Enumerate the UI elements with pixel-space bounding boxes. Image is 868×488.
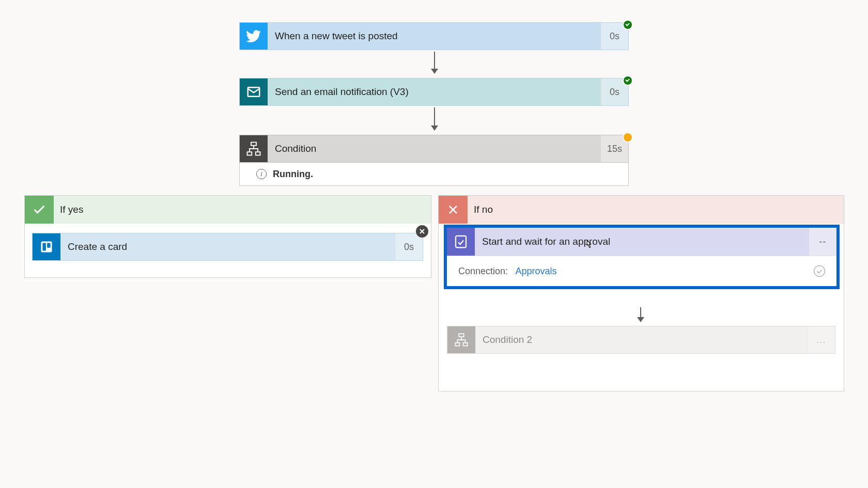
arrow-icon [640, 307, 641, 322]
svg-rect-1 [251, 143, 256, 146]
approval-label: Start and wait for an approval [475, 228, 809, 256]
close-icon [439, 196, 468, 224]
connection-ok-icon [814, 265, 825, 277]
twitter-icon [240, 23, 268, 50]
step-condition[interactable]: Condition 15s [239, 135, 629, 163]
delete-card-button[interactable] [416, 225, 428, 238]
card-approval-highlighted[interactable]: Start and wait for an approval -- Connec… [444, 225, 840, 289]
step-label: Condition [268, 135, 600, 162]
svg-rect-3 [256, 152, 260, 155]
condition-icon [240, 135, 268, 162]
svg-rect-6 [47, 243, 50, 247]
approval-icon [447, 228, 475, 256]
arrow-icon [434, 107, 435, 130]
mail-icon [240, 78, 268, 105]
branch-if-no[interactable]: If no Start and wait for an approval -- … [438, 195, 844, 391]
step-twitter-trigger[interactable]: When a new tweet is posted 0s [239, 22, 629, 50]
card-label: Condition 2 [475, 326, 807, 353]
trello-icon [33, 233, 60, 260]
branch-label: If no [468, 196, 844, 224]
card-duration: ... [807, 326, 835, 353]
branch-header: If no [439, 196, 844, 224]
arrow-icon [434, 52, 435, 73]
approval-connection-row: Connection: Approvals [447, 256, 836, 286]
check-icon [25, 196, 54, 224]
cursor-icon [583, 239, 594, 250]
svg-rect-2 [247, 152, 252, 155]
approval-header: Start and wait for an approval -- [447, 228, 836, 256]
info-icon: i [256, 169, 267, 179]
card-duration: 0s [395, 233, 423, 260]
card-condition-2[interactable]: Condition 2 ... [447, 326, 835, 354]
success-badge-icon [624, 76, 632, 85]
running-badge-icon [624, 133, 632, 141]
step-label: Send an email notification (V3) [268, 78, 600, 105]
svg-rect-9 [455, 343, 459, 346]
connection-link[interactable]: Approvals [516, 266, 557, 276]
branch-if-yes[interactable]: If yes Create a card 0s [24, 195, 431, 278]
svg-rect-5 [42, 243, 45, 250]
svg-rect-7 [456, 236, 466, 248]
approval-duration: -- [809, 228, 836, 256]
step-label: When a new tweet is posted [268, 23, 600, 50]
svg-rect-8 [459, 334, 463, 337]
branch-header: If yes [25, 196, 431, 224]
connection-label: Connection: [458, 266, 508, 276]
running-status-row: i Running. [239, 163, 629, 186]
card-create-trello[interactable]: Create a card 0s [32, 233, 423, 261]
step-email[interactable]: Send an email notification (V3) 0s [239, 78, 629, 106]
condition-icon [447, 326, 475, 353]
running-text: Running. [273, 169, 313, 180]
success-badge-icon [624, 21, 632, 29]
flow-canvas: When a new tweet is posted 0s Send an em… [0, 0, 868, 488]
svg-rect-10 [463, 343, 468, 346]
card-label: Create a card [60, 233, 395, 260]
branch-label: If yes [54, 196, 431, 224]
